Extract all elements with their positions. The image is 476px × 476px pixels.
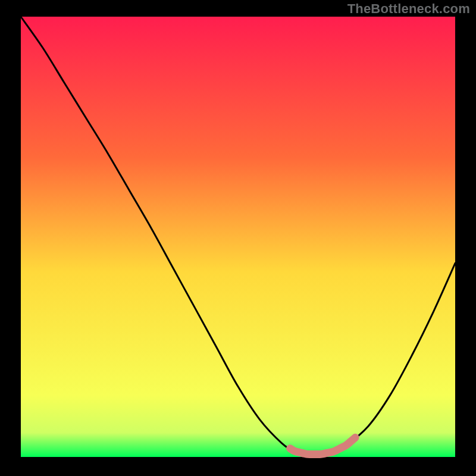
chart-frame: { "watermark": "TheBottleneck.com", "col… [0,0,476,476]
plot-area [21,17,455,457]
chart-svg [0,0,476,476]
watermark-text: TheBottleneck.com [347,1,470,17]
